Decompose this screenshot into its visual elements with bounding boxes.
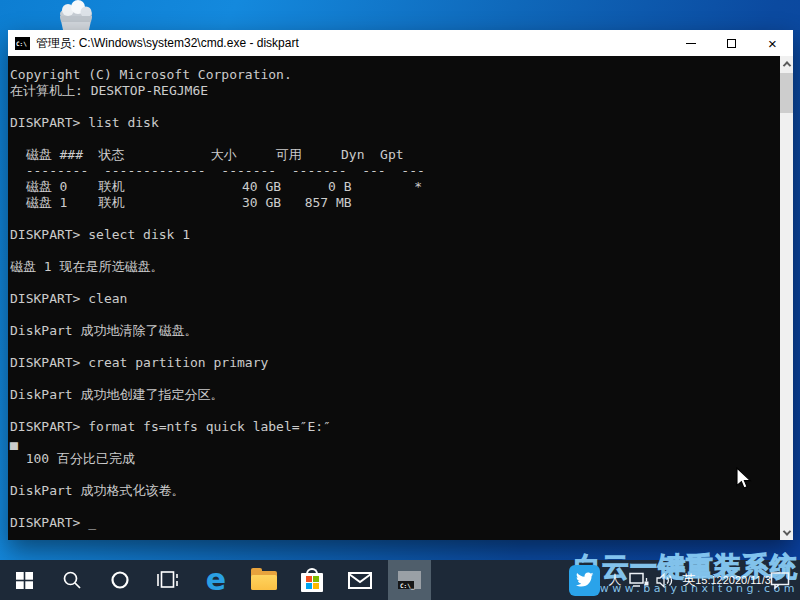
twitter-tray-button[interactable] [564, 560, 604, 600]
close-icon: × [768, 36, 777, 51]
ime-indicator[interactable]: 英 [677, 560, 701, 600]
titlebar[interactable]: C:\ 管理员: C:\Windows\system32\cmd.exe - d… [8, 30, 793, 56]
scroll-up-icon[interactable] [780, 56, 793, 71]
recycle-bin-icon[interactable] [54, 0, 98, 30]
search-button[interactable] [48, 560, 96, 600]
cmd-window-icon: C:\_ [398, 571, 421, 589]
taskbar: e [0, 560, 800, 600]
clock-date: 2020/11/3 [723, 574, 771, 587]
task-view-icon [157, 571, 179, 589]
cmd-icon: C:\ [15, 37, 30, 50]
windows-logo-icon [16, 572, 33, 589]
cmd-window: C:\ 管理员: C:\Windows\system32\cmd.exe - d… [8, 30, 793, 540]
clock[interactable]: 15:12 2020/11/3 [701, 560, 765, 600]
people-icon[interactable]: 人 [604, 560, 626, 600]
edge-icon: e [206, 565, 226, 595]
action-center-icon [770, 571, 790, 589]
network-icon[interactable] [626, 560, 652, 600]
system-tray: 人 英 15:12 2020/11/3 [564, 560, 800, 600]
start-button[interactable] [0, 560, 48, 600]
desktop: C:\ 管理员: C:\Windows\system32\cmd.exe - d… [0, 0, 800, 600]
minimize-icon [686, 43, 696, 44]
cortana-button[interactable] [96, 560, 144, 600]
scrollbar-thumb[interactable] [780, 73, 793, 113]
store-button[interactable] [288, 560, 336, 600]
minimize-button[interactable] [670, 30, 711, 56]
maximize-icon [727, 39, 736, 48]
file-explorer-button[interactable] [240, 560, 288, 600]
taskbar-app-cmd[interactable]: C:\_ [388, 560, 431, 600]
cortana-icon [110, 570, 130, 590]
scroll-down-icon[interactable] [780, 525, 793, 540]
task-view-button[interactable] [144, 560, 192, 600]
volume-icon[interactable] [652, 560, 677, 600]
close-button[interactable]: × [752, 30, 793, 56]
window-title: 管理员: C:\Windows\system32\cmd.exe - diskp… [36, 35, 299, 52]
twitter-icon [569, 565, 600, 596]
mail-icon [348, 572, 372, 589]
store-icon [301, 568, 323, 592]
folder-icon [251, 571, 277, 590]
action-center-button[interactable] [765, 560, 795, 600]
search-icon [62, 570, 82, 590]
scrollbar[interactable] [780, 56, 793, 540]
console-output[interactable]: Copyright (C) Microsoft Corporation. 在计算… [8, 56, 793, 540]
maximize-button[interactable] [711, 30, 752, 56]
console-text: Copyright (C) Microsoft Corporation. 在计算… [8, 56, 793, 531]
edge-button[interactable]: e [192, 560, 240, 600]
mail-button[interactable] [336, 560, 384, 600]
